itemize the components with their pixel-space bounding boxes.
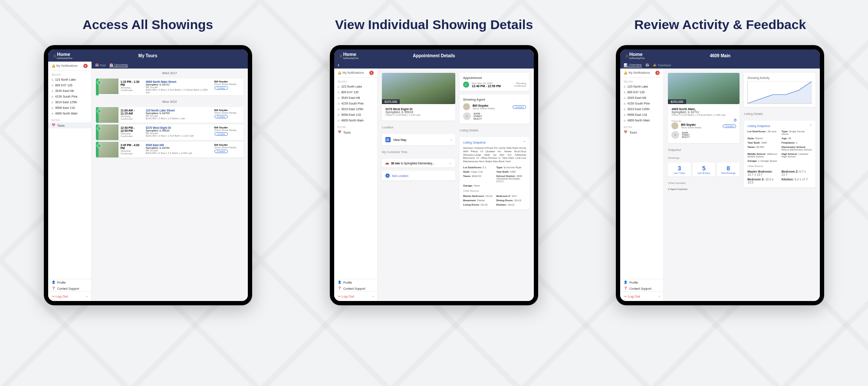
sidebar-item-property[interactable]: ⌂4159 South Pine [334, 101, 377, 106]
sidebar-item-property[interactable]: ⌂809 E47 120 [620, 89, 663, 95]
tour-meta: $209,900 | 4 Bed | 2.5 Baths | 2,400 sqf… [146, 152, 210, 154]
help-icon: ❓ [624, 287, 628, 290]
sidebar-item-property[interactable]: ⌂4159 South Pine [620, 101, 663, 106]
sidebar-item-property[interactable]: ⌂123 North Lake [48, 77, 91, 82]
kv-pair: Elementary School: Wilcox Elementary Sch… [782, 146, 812, 151]
kv-value: 12.7 x 13.7 [747, 173, 763, 176]
listing-thumbnail [99, 124, 118, 140]
stat-number: 5 [694, 165, 714, 172]
logout-button[interactable]: ↪ Log Out › [48, 291, 91, 301]
sidebar-item-property[interactable]: ⌂3019 East 125th [48, 99, 91, 105]
house-icon: ⌂ [624, 119, 625, 122]
sidebar-item-property[interactable]: ⌂123 North Lake [620, 84, 663, 89]
sidebar-item-property[interactable]: ⌂9098 East 118 [334, 112, 377, 118]
sidebar-item-property[interactable]: ⌂4809 North Main [48, 111, 91, 116]
tab-past[interactable]: 📅 Past [95, 63, 106, 67]
sidebar-item-property[interactable]: ⌂9098 East 118 [620, 112, 663, 118]
date-header: Wed 3/17 [92, 69, 248, 77]
contact-button[interactable]: Contact [214, 150, 228, 153]
status-stripe: ✓ [96, 79, 99, 95]
stat-number: 3 [669, 165, 690, 172]
tour-card[interactable]: ✓12:40 PM - 12:55 PMShowingConfirmed3270… [96, 124, 243, 140]
location-label: Location [382, 126, 455, 129]
back-button[interactable]: ‹ [338, 62, 339, 68]
listing-city: Springfield, IL 62711 [671, 111, 736, 114]
kv-value: 1950 [510, 170, 516, 173]
sidebar-item-label: 9098 East 118 [55, 106, 75, 109]
sidebar-item-property[interactable]: ⌂4809 North Main [620, 118, 663, 123]
app-logo: ⌂ Home byShowingTime [339, 52, 358, 59]
kv-value: $3,054 [756, 146, 764, 148]
tab-label: Overview [629, 63, 641, 66]
agent-name: Bill Snyder [473, 104, 510, 107]
tour-time-block: 12:40 PM - 12:55 PMShowingConfirmed [118, 124, 144, 140]
notifications-badge: 3 [83, 64, 88, 68]
house-icon: ⌂ [624, 91, 625, 94]
sidebar-item-profile[interactable]: 👤 Profile [620, 279, 663, 285]
sidebar-item-profile[interactable]: 👤 Profile [334, 279, 377, 285]
tour-card[interactable]: ✓2:45 PM - 4:00 PMShowingConfirmed3545 E… [96, 142, 243, 157]
sidebar-item-property[interactable]: ⌂3019 East 125th [334, 106, 377, 112]
stat-box[interactable]: 5Last 30 Days [693, 163, 715, 177]
add-location-button[interactable]: + Add Location [382, 171, 455, 180]
logout-button[interactable]: ↪ Log Out › [620, 291, 663, 301]
sidebar-item-property[interactable]: ⌂3019 East 125th [620, 106, 663, 112]
sidebar-item-tours[interactable]: 📅 Tours [620, 129, 663, 135]
commute-row[interactable]: 🚗 36 min to Springfield Elementary... ⌄ [382, 159, 455, 167]
tour-card[interactable]: ✓1:15 PM - 1:30 PMShowingConfirmed4609 N… [96, 79, 243, 95]
gear-icon[interactable]: ⚙ [733, 118, 737, 122]
contact-button[interactable]: Contact [513, 105, 526, 109]
stat-box[interactable]: 8Total Showings [717, 163, 740, 177]
contact-button[interactable]: Contact [214, 132, 228, 136]
sidebar-item-tours[interactable]: 📅 Tours [48, 122, 91, 128]
rooms-label: Other Rooms: [747, 165, 812, 167]
listing-snapshot-card: Listing Snapshot ⌃ Attention Investors-P… [460, 137, 529, 209]
logout-button[interactable]: ↪ Log Out › [334, 291, 377, 301]
sidebar-item-property[interactable]: ⌂809 E47 120 [334, 89, 377, 95]
panel-title-2: View Individual Showing Details [335, 17, 533, 32]
sidebar-item-tours[interactable]: 📅 Tours [334, 129, 377, 135]
sidebar-item-property[interactable]: ⌂4159 South Pine [48, 94, 91, 99]
kv-pair: High School: Lanphier High School [782, 153, 812, 158]
sidebar-item-property[interactable]: ⌂4809 North Main [334, 118, 377, 123]
chevron-up-icon[interactable]: ⌃ [809, 124, 812, 128]
sidebar-item-property[interactable]: ⌂3545 East Hill [334, 95, 377, 101]
notifications-row[interactable]: 🔔 My Notifications 3 [334, 69, 377, 78]
tab-upcoming[interactable]: 📅 Upcoming [109, 63, 128, 67]
stat-box[interactable]: 3Last 7 Days [668, 163, 690, 177]
panel-title-1: Access All Showings [82, 17, 213, 32]
notifications-row[interactable]: 🔔 My Notifications 3 [48, 62, 91, 71]
sidebar-item-support[interactable]: ❓ Contact Support [48, 285, 91, 291]
app-header: ⌂ Home byShowingTime Appointment Details [334, 49, 534, 62]
sidebar-item-property[interactable]: ⌂9098 East 118 [48, 105, 91, 111]
sidebar-item-property[interactable]: ⌂3545 East Hill [620, 95, 663, 101]
status-stripe: ✓ [96, 142, 99, 157]
contact-button[interactable]: Contact [723, 124, 736, 128]
agent-brokerage: Show Street Realty [214, 146, 241, 149]
chevron-up-icon[interactable]: ⌃ [523, 141, 526, 144]
listing-street: 4609 North Main, [671, 108, 736, 111]
sidebar-item-support[interactable]: ❓ Contact Support [334, 285, 377, 291]
contact-button[interactable]: Contact [214, 86, 228, 90]
agent-brokerage: Show Street Realty [214, 111, 241, 114]
contact-button[interactable]: Contact [214, 115, 228, 118]
tab-other[interactable]: 📅 [645, 63, 649, 67]
agent-name: Bill Snyder [681, 123, 720, 126]
sidebar-item-support[interactable]: ❓ Contact Support [620, 285, 663, 291]
sidebar-item-property[interactable]: ⌂123 North Lake [334, 84, 377, 89]
view-map-button[interactable]: ⊞ View Map › [382, 134, 455, 145]
house-icon: ⌂ [338, 113, 339, 116]
tour-card[interactable]: ✓11:00 AM - 11:15 AMShowingConfirmed123 … [96, 107, 243, 123]
tab-overview[interactable]: 📊 Overview [624, 63, 641, 67]
sidebar-item-label: 123 North Lake [628, 85, 648, 88]
sidebar: 🔔 My Notifications 3 SELLING ⌂123 North … [48, 62, 92, 301]
house-icon: ⌂ [52, 101, 53, 104]
listing-snapshot-card: Listing Snapshot ⌃ Lot Size/Acres: .56 a… [744, 121, 815, 187]
agent-card: Showing Agent Bill Snyder Show Street Re… [460, 95, 529, 124]
notifications-row[interactable]: 🔔 My Notifications 3 [620, 69, 663, 78]
kv-pair: Kitchen: 9.2 x 17.7 [782, 178, 812, 184]
sidebar-item-property[interactable]: ⌂809 E47 120 [48, 82, 91, 88]
sidebar-item-profile[interactable]: 👤 Profile [48, 279, 91, 285]
sidebar-item-property[interactable]: ⌂3545 East Hill [48, 88, 91, 94]
tab-feedback[interactable]: 👍 Feedback [653, 63, 671, 67]
